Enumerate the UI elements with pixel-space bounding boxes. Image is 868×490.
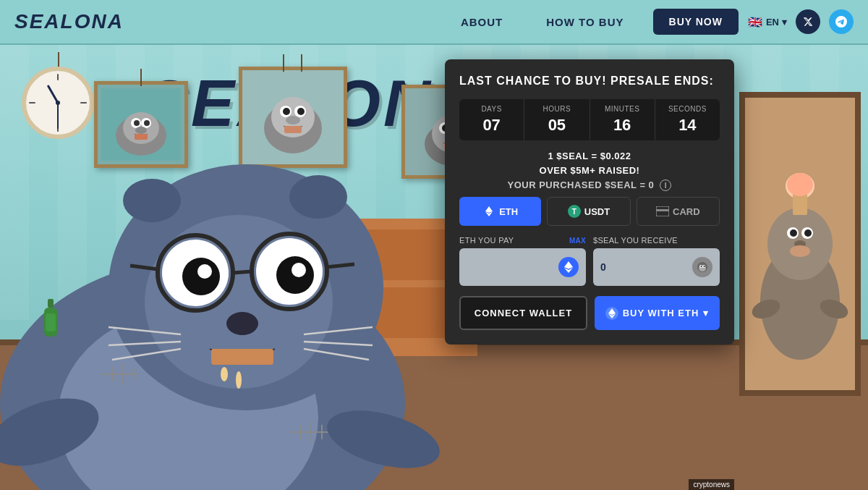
buy-eth-icon	[605, 307, 618, 320]
raised-line: OVER $5M+ RAISED!	[459, 165, 720, 176]
svg-point-32	[289, 175, 347, 219]
days-label: Days	[462, 105, 521, 113]
countdown-hours: Hours 05	[524, 99, 590, 140]
svg-rect-66	[46, 313, 56, 331]
svg-point-73	[804, 229, 812, 237]
nav-right: BUY NOW 🇬🇧 EN ▾	[653, 9, 854, 35]
svg-marker-81	[485, 206, 493, 213]
svg-marker-93	[608, 308, 616, 315]
svg-line-41	[233, 271, 252, 273]
svg-point-91	[701, 266, 702, 267]
eth-tab-icon	[482, 205, 495, 218]
usdt-tab-icon: T	[568, 205, 581, 218]
svg-rect-51	[211, 349, 273, 365]
nav-how-to-buy[interactable]: How to Buy	[546, 16, 624, 28]
seal-label-text: $SEAL you receive	[593, 236, 678, 245]
connect-wallet-button[interactable]: CONNECT WALLET	[459, 296, 587, 330]
presale-info: 1 $SEAL = $0.022 OVER $5M+ RAISED! YOUR …	[459, 151, 720, 192]
navbar: SEALONA About How to Buy BUY NOW 🇬🇧 EN ▾	[0, 0, 868, 45]
svg-point-72	[790, 229, 797, 237]
svg-point-44	[226, 312, 258, 335]
tab-eth-button[interactable]: ETH	[459, 197, 541, 226]
countdown-days: Days 07	[459, 99, 524, 140]
eth-input-group: ETH you pay Max	[459, 236, 586, 286]
svg-rect-84	[656, 209, 669, 211]
buy-eth-button[interactable]: BUY WITH ETH ▾	[595, 296, 720, 330]
nav-links: About How to Buy	[461, 16, 624, 28]
eth-label-text: ETH you pay	[459, 236, 514, 245]
nav-about[interactable]: About	[461, 16, 503, 28]
flag-icon: 🇬🇧	[747, 16, 763, 28]
info-icon[interactable]: i	[660, 179, 671, 191]
countdown-minutes: Minutes 16	[590, 99, 655, 140]
svg-point-75	[790, 245, 810, 257]
max-button[interactable]: Max	[569, 237, 586, 245]
eth-input-label: ETH you pay Max	[459, 236, 586, 245]
scene: SEALONA	[0, 45, 868, 490]
site-logo: SEALONA	[14, 10, 124, 33]
seconds-value: 14	[658, 116, 717, 135]
svg-rect-64	[48, 299, 54, 308]
hours-label: Hours	[527, 105, 586, 113]
seal-output-wrapper	[593, 248, 720, 286]
svg-point-31	[123, 179, 181, 222]
svg-point-36	[197, 264, 212, 279]
action-buttons: CONNECT WALLET BUY WITH ETH ▾	[459, 296, 720, 330]
twitter-icon[interactable]	[796, 9, 820, 34]
eth-amount-input[interactable]	[467, 261, 534, 273]
svg-point-40	[292, 263, 306, 277]
seal-amount-output[interactable]	[600, 261, 668, 273]
telegram-icon[interactable]	[829, 9, 854, 34]
seal-output-group: $SEAL you receive	[593, 236, 720, 286]
tab-card-button[interactable]: CARD	[637, 197, 720, 226]
price-line: 1 $SEAL = $0.022	[459, 151, 720, 161]
input-row: ETH you pay Max $SEAL you receive	[459, 236, 720, 286]
seal-icon	[692, 257, 712, 277]
days-value: 07	[462, 116, 521, 135]
bottle	[40, 299, 61, 345]
lang-label: EN	[766, 17, 779, 28]
countdown-seconds: Seconds 14	[655, 99, 720, 140]
buy-eth-label: BUY WITH ETH	[623, 308, 699, 318]
right-frame	[739, 92, 861, 396]
svg-point-92	[704, 266, 705, 267]
countdown-timer: Days 07 Hours 05 Minutes 16 Seconds 14	[459, 99, 720, 140]
chevron-down-icon: ▾	[782, 17, 787, 28]
card-tab-label: CARD	[673, 206, 700, 217]
eth-tab-label: ETH	[499, 206, 518, 217]
chevron-down-icon: ▾	[703, 308, 709, 318]
seal-output-label: $SEAL you receive	[593, 236, 720, 245]
presale-title: LAST CHANCE TO BUY! PRESALE ENDS:	[459, 74, 720, 89]
presale-widget: LAST CHANCE TO BUY! PRESALE ENDS: Days 0…	[445, 59, 734, 345]
svg-marker-85	[564, 261, 573, 269]
language-selector[interactable]: 🇬🇧 EN ▾	[747, 16, 787, 28]
minutes-label: Minutes	[593, 105, 652, 113]
svg-point-78	[787, 173, 813, 196]
cryptonews-badge: cryptonews	[689, 479, 734, 490]
svg-point-53	[236, 371, 242, 389]
seconds-label: Seconds	[658, 105, 717, 113]
minutes-value: 16	[593, 116, 652, 135]
tab-usdt-button[interactable]: T USDT	[547, 197, 630, 226]
hours-value: 05	[527, 116, 586, 135]
buy-now-button[interactable]: BUY NOW	[653, 9, 739, 35]
eth-icon	[558, 257, 579, 277]
svg-point-52	[221, 367, 228, 381]
purchased-line: YOUR PURCHASED $SEAL = 0 i	[459, 179, 720, 192]
card-tab-icon	[656, 206, 669, 216]
payment-tabs: ETH T USDT CARD	[459, 197, 720, 226]
eth-input-wrapper	[459, 248, 586, 286]
usdt-tab-label: USDT	[584, 206, 610, 217]
